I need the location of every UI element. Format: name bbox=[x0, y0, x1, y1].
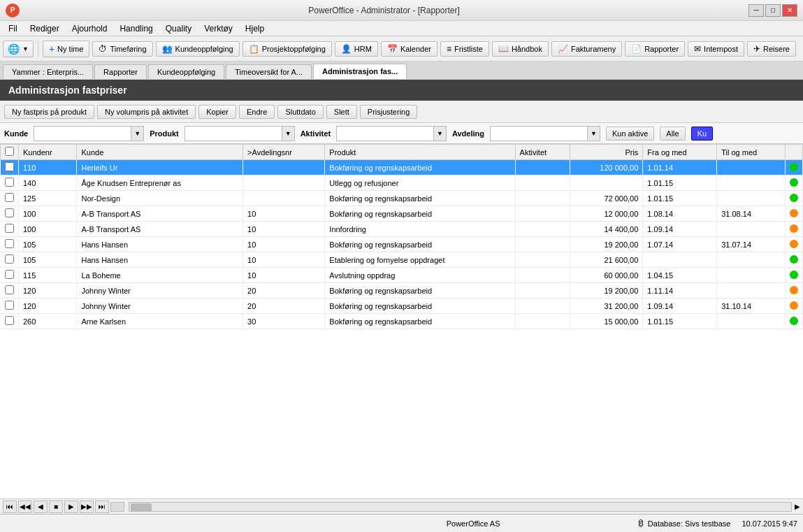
alle-button[interactable]: Alle bbox=[660, 127, 685, 141]
close-button[interactable]: ✕ bbox=[782, 4, 797, 17]
cell-pris: 31 200,00 bbox=[570, 299, 643, 314]
aktivitet-filter-input[interactable] bbox=[336, 126, 434, 141]
aktivitet-filter-dropdown[interactable]: ▼ bbox=[434, 126, 447, 141]
row-checkbox[interactable] bbox=[5, 193, 14, 202]
nav-next-button[interactable]: ▶ bbox=[64, 501, 78, 513]
slett-button[interactable]: Slett bbox=[326, 105, 357, 119]
col-fra-og-med[interactable]: Fra og med bbox=[643, 145, 717, 160]
toolbar-fristliste[interactable]: ≡ Fristliste bbox=[440, 41, 489, 57]
select-all-checkbox[interactable] bbox=[5, 147, 14, 156]
tab-kundeoppfolging[interactable]: Kundeoppfølging bbox=[148, 64, 224, 79]
nav-stop-button[interactable]: ■ bbox=[49, 501, 63, 513]
horizontal-scrollbar[interactable] bbox=[129, 502, 792, 512]
nav-last-button[interactable]: ⏭ bbox=[95, 501, 109, 513]
table-row[interactable]: 100A-B Transport AS10Innfordring14 400,0… bbox=[1, 222, 803, 237]
cell-avdelingsnr: 10 bbox=[243, 222, 325, 237]
menu-rediger[interactable]: Rediger bbox=[24, 22, 65, 35]
tab-timeoversikt[interactable]: Timeoversikt for A... bbox=[226, 64, 312, 79]
nav-prev-far-button[interactable]: ◀◀ bbox=[18, 501, 32, 513]
table-row[interactable]: 140Åge Knudsen Entreprenør asUtlegg og r… bbox=[1, 175, 803, 191]
col-kundenr[interactable]: Kundenr bbox=[19, 145, 77, 160]
row-checkbox[interactable] bbox=[5, 224, 14, 233]
col-produkt[interactable]: Produkt bbox=[325, 145, 515, 160]
cell-kunde: Herleifs Ur bbox=[77, 160, 243, 175]
toolbar-globe[interactable]: 🌐 ▼ bbox=[3, 41, 34, 57]
row-checkbox[interactable] bbox=[5, 316, 14, 325]
table-row[interactable]: 105Hans Hansen10Etablering og fornyelse … bbox=[1, 252, 803, 268]
toolbar-kalender[interactable]: 📅 Kalender bbox=[381, 41, 437, 57]
table-row[interactable]: 105Hans Hansen10Bokføring og regnskapsar… bbox=[1, 237, 803, 252]
toolbar-prosjektoppfolging[interactable]: 📋 Prosjektoppfølging bbox=[243, 41, 332, 57]
nav-prev-button[interactable]: ◀ bbox=[34, 501, 48, 513]
toolbar-reisere[interactable]: ✈ Reisere bbox=[747, 41, 796, 57]
kunde-filter-input[interactable] bbox=[34, 126, 131, 141]
col-kunde[interactable]: Kunde bbox=[77, 145, 243, 160]
ny-fastpris-button[interactable]: Ny fastpris på produkt bbox=[4, 105, 94, 119]
row-checkbox[interactable] bbox=[5, 239, 14, 248]
row-checkbox[interactable] bbox=[5, 254, 14, 264]
table-row[interactable]: 125Nor-DesignBokføring og regnskapsarbei… bbox=[1, 191, 803, 206]
scroll-right-arrow[interactable]: ▶ bbox=[795, 503, 800, 510]
prisjustering-button[interactable]: Prisjustering bbox=[360, 105, 418, 119]
cell-kundenr: 115 bbox=[19, 268, 77, 283]
cell-fra-og-med: 1.09.14 bbox=[643, 299, 717, 314]
row-checkbox[interactable] bbox=[5, 270, 14, 279]
endre-button[interactable]: Endre bbox=[239, 105, 275, 119]
tab-admin-fastpriser[interactable]: Administrasjon fas... bbox=[313, 64, 407, 79]
table-row[interactable]: 260Arne Karlsen30Bokføring og regnskapsa… bbox=[1, 314, 803, 329]
col-aktivitet[interactable]: Aktivitet bbox=[515, 145, 570, 160]
internpost-icon: ✉ bbox=[694, 44, 701, 54]
toolbar-fakturameny[interactable]: 📈 Fakturameny bbox=[551, 41, 622, 57]
toolbar-rapporter[interactable]: 📄 Rapporter bbox=[625, 41, 685, 57]
table-row[interactable]: 115La Boheme10Avslutning oppdrag60 000,0… bbox=[1, 268, 803, 283]
ku-button[interactable]: Ku bbox=[691, 127, 713, 141]
avdeling-filter-dropdown[interactable]: ▼ bbox=[588, 126, 600, 141]
table-row[interactable]: 100A-B Transport AS10Bokføring og regnsk… bbox=[1, 206, 803, 222]
row-checkbox[interactable] bbox=[5, 162, 14, 171]
handbok-icon: 📖 bbox=[498, 44, 509, 54]
table-row[interactable]: 120Johnny Winter20Bokføring og regnskaps… bbox=[1, 299, 803, 314]
nav-first-button[interactable]: ⏮ bbox=[3, 501, 17, 513]
rapporter-label: Rapporter bbox=[644, 45, 679, 53]
col-til-og-med[interactable]: Til og med bbox=[717, 145, 786, 160]
page-title: Administrasjon fastpriser bbox=[8, 85, 127, 96]
nav-next-far-button[interactable]: ▶▶ bbox=[80, 501, 94, 513]
toolbar-ny-time[interactable]: + Ny time bbox=[43, 41, 89, 57]
sluttdato-button[interactable]: Sluttdato bbox=[277, 105, 323, 119]
status-green-indicator bbox=[790, 194, 798, 202]
tab-yammer[interactable]: Yammer : Enterpris... bbox=[3, 64, 93, 79]
row-checkbox[interactable] bbox=[5, 178, 14, 187]
menu-handling[interactable]: Handling bbox=[114, 22, 158, 35]
toolbar-hrm[interactable]: 👤 HRM bbox=[335, 41, 378, 57]
tab-rapporter[interactable]: Rapporter bbox=[94, 64, 147, 79]
kunde-filter-dropdown[interactable]: ▼ bbox=[131, 126, 144, 141]
toolbar-internpost[interactable]: ✉ Internpost bbox=[688, 41, 744, 57]
minimize-button[interactable]: ─ bbox=[748, 4, 764, 17]
ny-volumpris-button[interactable]: Ny volumpris på aktivitet bbox=[97, 105, 196, 119]
menu-fil[interactable]: Fil bbox=[3, 22, 23, 35]
kopier-button[interactable]: Kopier bbox=[198, 105, 236, 119]
maximize-button[interactable]: □ bbox=[765, 4, 781, 17]
produkt-filter-input[interactable] bbox=[185, 126, 282, 141]
toolbar-kundeoppfolging[interactable]: 👥 Kundeoppfølging bbox=[156, 41, 240, 57]
row-checkbox[interactable] bbox=[5, 208, 14, 217]
table-row[interactable]: 120Johnny Winter20Bokføring og regnskaps… bbox=[1, 283, 803, 299]
toolbar-handbok[interactable]: 📖 Håndbok bbox=[492, 41, 549, 57]
cell-produkt: Avslutning oppdrag bbox=[325, 268, 515, 283]
menu-hjelp[interactable]: Hjelp bbox=[240, 22, 270, 35]
col-pris[interactable]: Pris bbox=[570, 145, 643, 160]
row-checkbox[interactable] bbox=[5, 301, 14, 310]
avdeling-filter-input[interactable] bbox=[490, 126, 588, 141]
cell-kundenr: 110 bbox=[19, 160, 77, 175]
table-row[interactable]: 110Herleifs UrBokføring og regnskapsarbe… bbox=[1, 160, 803, 175]
toolbar-timeforing[interactable]: ⏱ Timeføring bbox=[92, 41, 152, 57]
kun-aktive-button[interactable]: Kun aktive bbox=[606, 127, 654, 141]
produkt-filter-dropdown[interactable]: ▼ bbox=[282, 126, 295, 141]
scroll-track[interactable] bbox=[110, 502, 124, 512]
row-checkbox[interactable] bbox=[5, 285, 14, 294]
col-avdelingsnr[interactable]: >Avdelingsnr bbox=[243, 145, 325, 160]
ny-time-icon: + bbox=[49, 43, 55, 55]
menu-ajourhold[interactable]: Ajourhold bbox=[66, 22, 113, 35]
menu-quality[interactable]: Quality bbox=[160, 22, 197, 35]
menu-verktoy[interactable]: Verktøy bbox=[198, 22, 238, 35]
